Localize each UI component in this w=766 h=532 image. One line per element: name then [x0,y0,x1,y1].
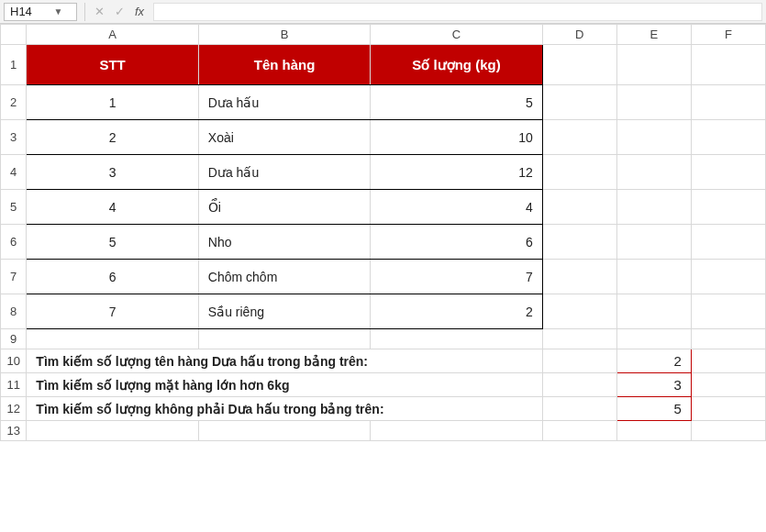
table-row: 3 2 Xoài 10 [1,120,766,155]
formula-input[interactable] [153,3,762,21]
row-header[interactable]: 13 [1,421,27,441]
cell[interactable] [691,85,765,120]
enter-icon[interactable]: ✓ [109,5,129,18]
cell-stt[interactable]: 4 [27,200,197,215]
row-header[interactable]: 12 [1,397,27,421]
query-text[interactable]: Tìm kiếm số lượng không phải Dưa hấu tro… [32,402,541,416]
cell[interactable] [542,397,616,421]
cell-stt[interactable]: 7 [27,305,197,319]
cell-qty[interactable]: 5 [371,95,536,110]
cell[interactable] [616,225,691,260]
formula-bar: H14 ▼ ✕ ✓ fx [0,0,766,24]
cancel-icon[interactable]: ✕ [89,5,109,18]
cell[interactable] [542,260,616,294]
cell[interactable] [542,349,616,373]
cell[interactable] [371,421,542,441]
query-result[interactable]: 5 [617,401,685,416]
cell-name[interactable]: Nho [205,235,370,249]
row-header[interactable]: 6 [1,225,27,260]
cell-qty[interactable]: 6 [371,235,536,249]
cell[interactable] [691,225,765,260]
cell[interactable] [27,329,198,349]
cell[interactable] [691,397,765,421]
cell[interactable] [616,85,691,120]
cell-stt[interactable]: 2 [27,130,197,145]
cell[interactable] [616,329,691,349]
cell[interactable] [691,190,765,225]
cell-qty[interactable]: 7 [371,270,536,284]
cell[interactable] [691,155,765,190]
cell-name[interactable]: Sầu riêng [205,305,370,319]
cell[interactable] [542,329,616,349]
col-header[interactable]: C [371,25,542,45]
cell-qty[interactable]: 12 [371,165,536,180]
cell-name[interactable]: Chôm chôm [205,270,370,284]
cell-qty[interactable]: 2 [371,305,536,319]
cell[interactable] [371,329,542,349]
row-header[interactable]: 2 [1,85,27,120]
select-all-corner[interactable] [1,25,27,45]
row-header[interactable]: 5 [1,190,27,225]
cell[interactable] [616,190,691,225]
cell[interactable] [542,225,616,260]
cell-qty[interactable]: 10 [371,130,536,145]
cell[interactable] [691,45,765,85]
col-header[interactable]: D [542,25,616,45]
col-header[interactable]: F [691,25,765,45]
cell[interactable] [542,421,616,441]
cell[interactable] [542,45,616,85]
cell[interactable] [198,329,370,349]
cell[interactable] [616,155,691,190]
cell[interactable] [542,120,616,155]
cell[interactable] [198,421,370,441]
cell-stt[interactable]: 3 [27,165,197,180]
cell[interactable] [691,120,765,155]
cell[interactable] [542,373,616,397]
cell[interactable] [542,155,616,190]
row-header[interactable]: 3 [1,120,27,155]
cell[interactable] [691,260,765,294]
cell-stt[interactable]: 6 [27,270,197,284]
cell[interactable] [691,373,765,397]
row-header[interactable]: 8 [1,294,27,329]
row-header[interactable]: 9 [1,329,27,349]
cell[interactable] [691,294,765,329]
query-text[interactable]: Tìm kiếm số lượng tên hàng Dưa hấu trong… [32,354,541,369]
cell-name[interactable]: Dưa hấu [205,165,370,180]
query-result[interactable]: 3 [617,377,685,393]
cell[interactable] [27,421,198,441]
divider [84,3,85,21]
chevron-down-icon[interactable]: ▼ [40,6,76,17]
fx-icon[interactable]: fx [129,5,150,18]
row-header[interactable]: 10 [1,349,27,373]
cell[interactable] [542,190,616,225]
cell[interactable] [542,294,616,329]
col-header[interactable]: B [198,25,370,45]
cell[interactable] [616,294,691,329]
cell[interactable] [616,120,691,155]
col-header[interactable]: E [616,25,691,45]
cell[interactable] [616,421,691,441]
row-header[interactable]: 4 [1,155,27,190]
cell[interactable] [691,349,765,373]
row-header[interactable]: 11 [1,373,27,397]
row-header[interactable]: 1 [1,45,27,85]
table-row: 4 3 Dưa hấu 12 [1,155,766,190]
col-header[interactable]: A [27,25,198,45]
query-text[interactable]: Tìm kiếm số lượng mặt hàng lớn hơn 6kg [32,378,541,393]
cell-name[interactable]: Ổi [205,200,370,215]
query-result[interactable]: 2 [617,353,685,369]
cell[interactable] [691,421,765,441]
cell-stt[interactable]: 1 [27,95,197,110]
cell-qty[interactable]: 4 [371,200,536,215]
row-header[interactable]: 7 [1,260,27,294]
cell[interactable] [616,260,691,294]
name-box[interactable]: H14 ▼ [4,3,77,21]
cell[interactable] [616,45,691,85]
cell-stt[interactable]: 5 [27,235,197,249]
cell-name[interactable]: Xoài [205,130,370,145]
cell[interactable] [691,329,765,349]
table-row: 2 1 Dưa hấu 5 [1,85,766,120]
cell[interactable] [542,85,616,120]
cell-name[interactable]: Dưa hấu [205,95,370,110]
